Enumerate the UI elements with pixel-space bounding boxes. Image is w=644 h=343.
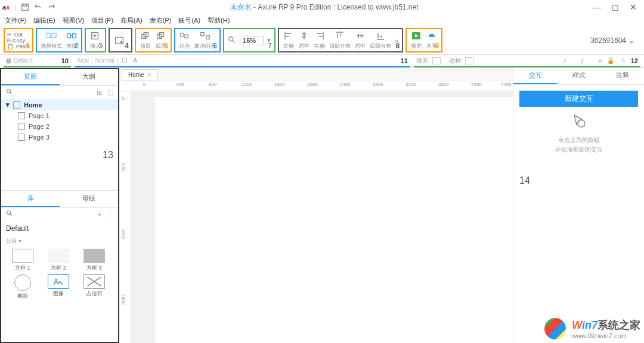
widget-box2[interactable]: 方框 2 xyxy=(42,249,75,272)
menu-project[interactable]: 项目(P) xyxy=(91,16,113,25)
format-bar: ▦ Default 10 Arial | Normal | 13 A 11 填充… xyxy=(0,55,644,68)
fill-label: 填充: xyxy=(416,57,430,65)
svg-rect-3 xyxy=(52,33,56,38)
annotation-13: 13 xyxy=(103,150,113,160)
group-group: 组合 取消组合 6 xyxy=(174,28,221,52)
align-right-button[interactable]: 右侧 xyxy=(314,30,326,50)
border-label: 边框: xyxy=(449,57,463,65)
widget-box1[interactable]: 方框 1 xyxy=(6,249,39,272)
add-icon[interactable]: + xyxy=(98,211,101,218)
close-icon[interactable]: × xyxy=(148,72,151,78)
menu-layout[interactable]: 布局(A) xyxy=(120,16,143,25)
menu-account[interactable]: 账号(A) xyxy=(178,16,200,25)
align-left-button[interactable]: 左侧 xyxy=(283,30,295,50)
collapse-icon[interactable]: ▾ xyxy=(6,101,10,109)
fill-swatch[interactable] xyxy=(432,57,441,64)
menu-icon[interactable]: ⋮ xyxy=(107,211,113,218)
page-icon xyxy=(18,123,25,130)
save-icon[interactable] xyxy=(21,3,29,11)
tab-style[interactable]: 样式 xyxy=(557,68,600,84)
x-input[interactable]: x xyxy=(564,57,566,64)
title-bar: ax | 未命名 - Axure RP 9 Pro Edition : Lice… xyxy=(0,0,644,14)
add-page-icon[interactable]: ⊞ xyxy=(97,89,102,96)
app-logo: ax xyxy=(2,4,10,11)
svg-rect-11 xyxy=(181,33,184,36)
preview-button[interactable]: 预览 xyxy=(410,30,422,50)
search-icon xyxy=(228,36,236,45)
watermark-brand: Win7系统之家 xyxy=(572,318,640,332)
svg-rect-0 xyxy=(22,4,29,11)
tree-item-page2[interactable]: Page 2 xyxy=(1,121,118,132)
account-label[interactable]: 362691604 ⌄ xyxy=(590,28,640,52)
interaction-hint: 点击上方的按钮 开始添加新的交互 xyxy=(555,135,603,154)
tab-notes[interactable]: 注释 xyxy=(600,68,644,84)
tab-library[interactable]: 库 xyxy=(1,191,60,207)
menu-file[interactable]: 文件(F) xyxy=(5,16,26,25)
search-icon[interactable] xyxy=(6,210,13,218)
tab-interactions[interactable]: 交互 xyxy=(513,68,557,84)
widget-image[interactable]: 图像 xyxy=(42,274,75,300)
tab-pages[interactable]: 页面 xyxy=(1,69,60,85)
add-folder-icon[interactable]: ▢ xyxy=(107,89,113,96)
redo-icon[interactable] xyxy=(47,3,55,11)
page-icon xyxy=(13,101,20,109)
minimize-button[interactable]: — xyxy=(593,2,601,12)
common-section[interactable]: 公用 ▾ xyxy=(1,236,118,246)
undo-icon[interactable] xyxy=(34,3,42,11)
h-input[interactable]: h xyxy=(621,57,625,64)
cut-button[interactable]: ✂ Cut xyxy=(7,32,23,38)
library-name[interactable]: Default xyxy=(1,221,118,236)
watermark-logo-icon xyxy=(544,318,566,339)
tab-outline[interactable]: 大纲 xyxy=(60,69,118,85)
page-icon xyxy=(18,134,25,141)
insert-group: 插入 3 xyxy=(85,28,106,52)
point-button[interactable] xyxy=(113,35,125,46)
svg-rect-13 xyxy=(201,33,204,36)
align-center-button[interactable]: 居中 xyxy=(298,30,310,50)
cursor-icon xyxy=(571,113,587,129)
widget-box3[interactable]: 方框 3 xyxy=(78,249,111,272)
window-title: 未命名 - Axure RP 9 Pro Edition : Licensed … xyxy=(55,2,593,13)
dist-top-button[interactable]: 顶部分布 xyxy=(329,30,351,50)
font-weight-dropdown[interactable]: Normal xyxy=(95,57,114,64)
w-input[interactable]: w xyxy=(598,57,602,64)
bring-front-button[interactable]: 顶层 xyxy=(140,30,151,50)
tree-item-page3[interactable]: Page 3 xyxy=(1,132,118,143)
group-button[interactable]: 组合 xyxy=(179,30,191,50)
dist-middle-button[interactable]: 居中 xyxy=(354,30,366,50)
y-input[interactable]: y xyxy=(581,57,584,64)
style-icon: ▦ xyxy=(6,57,11,64)
publish-group: 预览 共享 9 xyxy=(405,28,442,52)
chevron-down-icon: ⌄ xyxy=(628,36,634,45)
widget-ellipse[interactable]: 椭圆 xyxy=(6,274,39,300)
menu-help[interactable]: 帮助(H) xyxy=(208,16,230,25)
tree-item-page1[interactable]: Page 1 xyxy=(1,110,118,121)
right-panel: 交互 样式 注释 新建交互 点击上方的按钮 开始添加新的交互 14 xyxy=(513,68,644,343)
dist-bottom-button[interactable]: 底部分布 xyxy=(370,30,391,50)
close-button[interactable]: ✕ xyxy=(630,2,637,12)
zoom-input[interactable] xyxy=(240,36,264,45)
style-dropdown[interactable]: Default xyxy=(14,57,33,64)
ruler-vertical: 0 800 1600 2400 xyxy=(119,91,131,343)
divider-icon: | xyxy=(14,4,16,11)
font-size-input[interactable]: 13 xyxy=(120,57,127,64)
tab-masters[interactable]: 母版 xyxy=(60,191,118,207)
widget-placeholder[interactable]: 占位符 xyxy=(78,274,111,300)
tree-item-home[interactable]: ▾ Home xyxy=(1,99,118,110)
canvas-tab-home[interactable]: Home × xyxy=(122,69,158,81)
menu-view[interactable]: 视图(V) xyxy=(63,16,85,25)
search-icon[interactable] xyxy=(6,88,13,97)
menu-publish[interactable]: 发布(P) xyxy=(150,16,172,25)
new-interaction-button[interactable]: 新建交互 xyxy=(519,91,638,107)
lock-icon[interactable]: 🔒 xyxy=(607,57,614,64)
select-mode-button[interactable]: 选择模式 xyxy=(41,30,62,50)
menu-edit[interactable]: 编辑(E) xyxy=(33,16,55,25)
maximize-button[interactable]: ◻ xyxy=(612,2,619,12)
canvas-page[interactable] xyxy=(155,97,513,343)
border-swatch[interactable] xyxy=(465,57,473,64)
copy-button[interactable]: ⎘ Copy xyxy=(7,38,25,44)
svg-point-19 xyxy=(55,279,57,281)
watermark-url: www.Winwin7.com xyxy=(572,332,640,339)
font-color-icon[interactable]: A xyxy=(134,57,138,64)
font-family-dropdown[interactable]: Arial xyxy=(77,57,89,64)
